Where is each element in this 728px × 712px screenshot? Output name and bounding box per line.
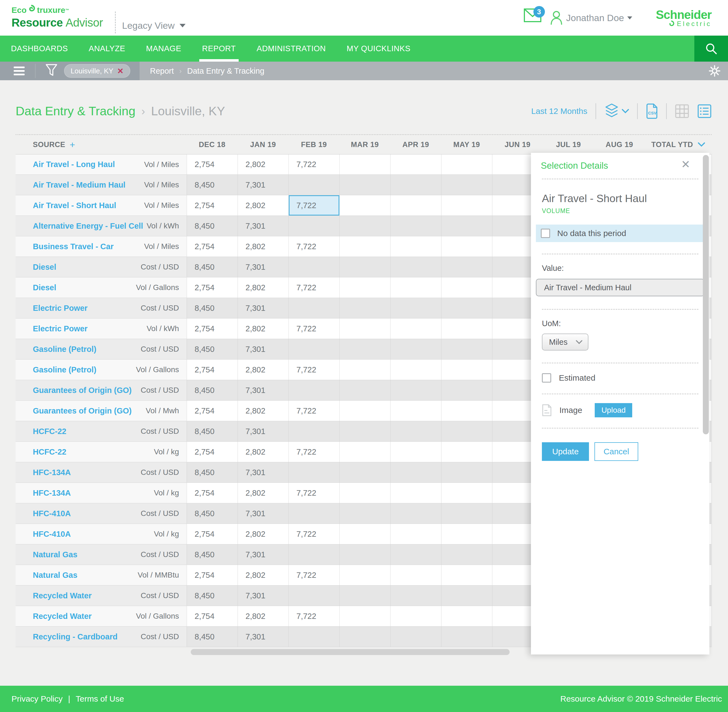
data-cell[interactable] xyxy=(390,319,441,339)
data-cell[interactable] xyxy=(339,483,390,503)
source-link[interactable]: HCFC-22 xyxy=(33,448,66,457)
data-cell[interactable] xyxy=(339,236,390,257)
data-cell[interactable] xyxy=(339,298,390,318)
data-cell[interactable] xyxy=(339,442,390,462)
data-cell[interactable] xyxy=(390,606,441,626)
data-cell[interactable] xyxy=(390,400,441,421)
data-cell[interactable] xyxy=(441,360,492,380)
value-input[interactable]: Air Travel - Medium Haul xyxy=(536,279,704,296)
period-selector[interactable]: Last 12 Months xyxy=(531,107,587,116)
source-link[interactable]: Air Travel - Short Haul xyxy=(33,201,116,210)
data-cell[interactable]: 8,450 xyxy=(186,462,238,482)
data-cell[interactable] xyxy=(441,544,492,565)
source-link[interactable]: Guarantees of Origin (GO) xyxy=(33,406,132,415)
data-cell[interactable]: 8,450 xyxy=(186,586,238,606)
data-cell[interactable] xyxy=(441,565,492,585)
data-cell[interactable] xyxy=(339,503,390,524)
layers-dropdown[interactable] xyxy=(604,104,629,119)
data-cell[interactable] xyxy=(441,216,492,236)
data-cell[interactable] xyxy=(339,195,390,215)
source-link[interactable]: Natural Gas xyxy=(33,550,77,559)
data-cell[interactable]: 7,301 xyxy=(238,298,289,318)
data-cell[interactable] xyxy=(390,524,441,544)
data-cell[interactable]: 2,802 xyxy=(238,524,289,544)
data-cell[interactable] xyxy=(390,586,441,606)
data-cell[interactable] xyxy=(339,565,390,585)
data-cell[interactable]: 7,722 xyxy=(289,277,339,298)
data-cell[interactable]: 7,301 xyxy=(238,380,289,400)
data-cell[interactable] xyxy=(289,298,339,318)
source-link[interactable]: Diesel xyxy=(33,283,56,292)
data-cell[interactable]: 7,301 xyxy=(238,216,289,236)
source-link[interactable]: Natural Gas xyxy=(33,571,77,580)
menu-icon[interactable] xyxy=(14,65,25,77)
grid-view-button[interactable] xyxy=(675,104,689,118)
data-cell[interactable] xyxy=(390,257,441,277)
source-link[interactable]: HCFC-22 xyxy=(33,427,66,436)
nav-item-report[interactable]: REPORT xyxy=(202,36,236,62)
source-link[interactable]: Business Travel - Car xyxy=(33,242,114,251)
nav-item-analyze[interactable]: ANALYZE xyxy=(89,36,125,62)
data-cell[interactable]: 7,722 xyxy=(289,524,339,544)
data-cell[interactable]: 7,722 xyxy=(289,483,339,503)
add-source-button[interactable]: + xyxy=(70,139,75,150)
data-cell[interactable]: 7,301 xyxy=(238,175,289,195)
data-cell[interactable] xyxy=(390,298,441,318)
data-cell[interactable] xyxy=(339,524,390,544)
data-cell[interactable]: 7,301 xyxy=(238,257,289,277)
data-cell[interactable] xyxy=(339,421,390,441)
data-cell[interactable] xyxy=(441,154,492,174)
data-cell[interactable] xyxy=(441,586,492,606)
data-cell[interactable]: 2,754 xyxy=(186,483,238,503)
data-cell[interactable] xyxy=(441,503,492,524)
data-cell[interactable]: 8,450 xyxy=(186,421,238,441)
data-cell[interactable]: 7,722 xyxy=(289,565,339,585)
data-cell[interactable]: 2,754 xyxy=(186,319,238,339)
data-cell[interactable]: 7,722 xyxy=(289,236,339,257)
data-cell[interactable]: 7,301 xyxy=(238,544,289,565)
data-cell[interactable]: 8,450 xyxy=(186,175,238,195)
data-cell[interactable] xyxy=(390,565,441,585)
data-cell[interactable] xyxy=(289,175,339,195)
data-cell[interactable] xyxy=(441,462,492,482)
data-cell[interactable] xyxy=(339,400,390,421)
nav-item-my-quicklinks[interactable]: MY QUICKLINKS xyxy=(347,36,410,62)
data-cell[interactable]: 8,450 xyxy=(186,257,238,277)
data-cell[interactable] xyxy=(339,360,390,380)
data-cell[interactable] xyxy=(390,503,441,524)
data-cell[interactable] xyxy=(441,524,492,544)
data-cell[interactable] xyxy=(339,319,390,339)
cancel-button[interactable]: Cancel xyxy=(595,442,638,461)
data-cell[interactable] xyxy=(441,339,492,359)
data-cell[interactable]: 2,802 xyxy=(238,483,289,503)
data-cell[interactable]: 7,722 xyxy=(289,606,339,626)
data-cell[interactable]: 7,722 xyxy=(289,360,339,380)
data-cell[interactable] xyxy=(390,442,441,462)
data-cell[interactable] xyxy=(289,257,339,277)
data-cell[interactable] xyxy=(339,216,390,236)
data-cell[interactable] xyxy=(441,277,492,298)
data-cell[interactable]: 2,754 xyxy=(186,236,238,257)
source-link[interactable]: Electric Power xyxy=(33,324,87,333)
estimated-checkbox[interactable] xyxy=(542,373,551,383)
data-cell[interactable] xyxy=(339,544,390,565)
data-cell[interactable] xyxy=(339,627,390,647)
data-cell[interactable] xyxy=(441,380,492,400)
data-cell[interactable] xyxy=(441,483,492,503)
data-cell[interactable] xyxy=(390,627,441,647)
data-cell[interactable] xyxy=(339,380,390,400)
data-cell[interactable]: 7,722 xyxy=(289,319,339,339)
chip-remove-icon[interactable]: ✕ xyxy=(117,67,123,76)
data-cell[interactable]: 7,301 xyxy=(238,421,289,441)
location-filter-chip[interactable]: Louisville, KY ✕ xyxy=(64,64,130,78)
horizontal-scrollbar[interactable] xyxy=(191,649,510,655)
data-cell[interactable] xyxy=(289,380,339,400)
source-link[interactable]: Air Travel - Long Haul xyxy=(33,160,115,169)
data-cell[interactable] xyxy=(441,627,492,647)
nav-item-manage[interactable]: MANAGE xyxy=(146,36,182,62)
data-cell[interactable]: 2,754 xyxy=(186,442,238,462)
data-cell[interactable] xyxy=(390,339,441,359)
data-cell[interactable]: 2,802 xyxy=(238,400,289,421)
legacy-view-dropdown[interactable]: Legacy View xyxy=(122,20,186,31)
source-link[interactable]: Recycling - Cardboard xyxy=(33,632,117,641)
